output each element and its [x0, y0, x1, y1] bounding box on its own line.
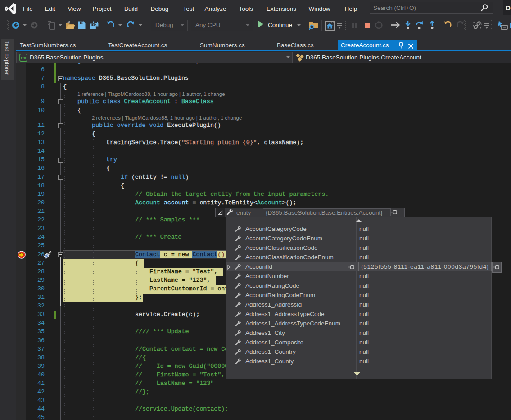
svg-text:C#: C#	[21, 55, 27, 60]
